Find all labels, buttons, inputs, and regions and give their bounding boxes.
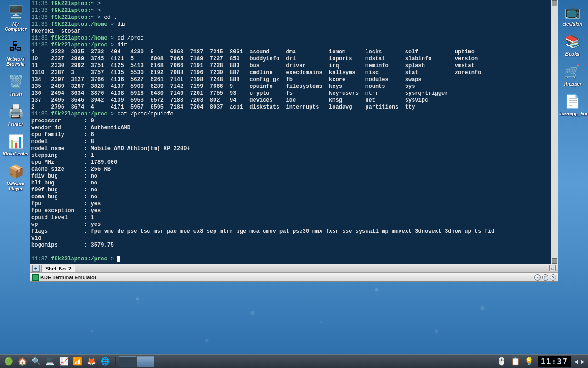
kinfocenter-icon: 📊	[6, 132, 25, 150]
desktop-pager	[119, 356, 155, 367]
launcher-find[interactable]: 🔍	[31, 356, 42, 367]
tray-mouse[interactable]: 🖱️	[496, 356, 507, 367]
terminal-tab[interactable]: Shell No. 2	[41, 264, 75, 272]
terminal-icon	[32, 274, 39, 281]
launcher-home[interactable]: 🏠	[17, 356, 28, 367]
desktop-icon-network-browsing[interactable]: 🖧 Network Browsin	[2, 37, 29, 67]
desktop-icon-trash[interactable]: 🗑️ Trash	[2, 72, 29, 97]
close-button[interactable]: ×	[550, 274, 556, 281]
new-tab-button[interactable]: +	[32, 264, 40, 272]
desktop-icon-shopper[interactable]: 🛒 shopper	[559, 62, 586, 86]
desktop-icon-my-computer[interactable]: 🖥️ My Computer	[2, 2, 29, 32]
desktop-2[interactable]	[137, 356, 154, 367]
launcher-terminal[interactable]: 💻	[45, 356, 56, 367]
launcher-browser[interactable]: 🌐	[100, 356, 111, 367]
tray-clipboard[interactable]: 📋	[510, 356, 521, 367]
trash-icon: 🗑️	[6, 72, 25, 91]
desktop-1[interactable]	[119, 356, 136, 367]
desktop-icons-right: 📺 elevision 📚 Books 🛒 shopper 📄 liswrapp…	[559, 2, 587, 122]
desktop-icon-label: VMware Player	[2, 181, 29, 191]
launcher-network[interactable]: 📶	[72, 356, 83, 367]
taskbar-clock[interactable]: 11:37	[538, 356, 571, 367]
desktop-icon-label: My Computer	[2, 22, 29, 32]
desktop-icon-label: Network Browsin	[2, 57, 29, 67]
desktop-icon-label: shopper	[559, 81, 586, 86]
desktop-icon-liswrapp[interactable]: 📄 liswrapp_home...	[559, 92, 586, 116]
terminal-window: 11:36 f9k22laptop:~ > 11:36 f9k22laptop:…	[30, 0, 558, 282]
desktop-icons-left: 🖥️ My Computer 🖧 Network Browsin 🗑️ Tras…	[2, 2, 30, 197]
tray-display[interactable]: 💡	[524, 356, 535, 367]
shopper-icon: 🛒	[563, 62, 582, 80]
launcher-start-menu[interactable]: 🟢	[3, 356, 14, 367]
liswrapp-icon: 📄	[563, 92, 582, 110]
tab-collapse-button[interactable]: ▭	[549, 265, 556, 271]
television-icon: 📺	[563, 2, 582, 21]
desktop-icon-label: liswrapp_home...	[559, 111, 586, 116]
terminal-titlebar[interactable]: KDE Terminal Emulator − ◻ ×	[30, 273, 558, 281]
printer-icon: 🖨️	[6, 102, 25, 121]
scroll-down-icon[interactable]	[552, 258, 557, 264]
taskbar-arrow-left[interactable]: ◀	[572, 358, 579, 365]
taskbar-separator	[113, 357, 116, 366]
terminal-tab-bar: + Shell No. 2 ▭	[30, 264, 558, 273]
launcher-sysmon[interactable]: 📈	[58, 356, 69, 367]
desktop-icon-printer[interactable]: 🖨️ Printer	[2, 102, 29, 126]
desktop-icon-kinfocenter[interactable]: 📊 KInfoCenter	[2, 132, 29, 156]
desktop-icon-label: Printer	[2, 121, 29, 126]
maximize-button[interactable]: ◻	[542, 274, 548, 281]
terminal-scrollbar[interactable]	[551, 0, 558, 264]
minimize-button[interactable]: −	[534, 274, 541, 281]
desktop-icon-label: Books	[559, 52, 586, 57]
desktop-icon-television[interactable]: 📺 elevision	[559, 2, 586, 27]
desktop-icon-label: Trash	[2, 92, 29, 97]
desktop-icon-books[interactable]: 📚 Books	[559, 32, 586, 57]
vmware-player-icon: 📦	[6, 162, 25, 180]
taskbar: 🟢🏠🔍💻📈📶🦊🌐 🖱️📋💡 11:37 ◀ ▶	[0, 354, 588, 368]
launcher-firefox[interactable]: 🦊	[86, 356, 97, 367]
books-icon: 📚	[563, 32, 582, 51]
terminal-output[interactable]: 11:36 f9k22laptop:~ > 11:36 f9k22laptop:…	[30, 0, 558, 264]
network-browsing-icon: 🖧	[6, 37, 25, 56]
desktop-icon-vmware-player[interactable]: 📦 VMware Player	[2, 162, 29, 191]
desktop-icon-label: KInfoCenter	[2, 151, 29, 156]
desktop-icon-label: elevision	[559, 22, 586, 27]
scroll-up-icon[interactable]	[552, 0, 557, 6]
taskbar-arrow-right[interactable]: ▶	[579, 358, 586, 365]
terminal-title-text: KDE Terminal Emulator	[40, 275, 534, 280]
my-computer-icon: 🖥️	[6, 2, 25, 21]
